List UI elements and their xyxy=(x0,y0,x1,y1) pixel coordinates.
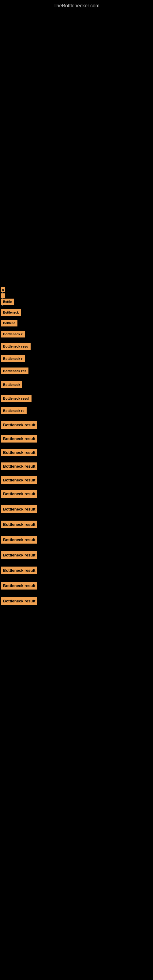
result-item-15: Bottleneck result xyxy=(1,476,37,484)
result-item-23: Bottleneck result xyxy=(1,597,37,605)
result-label-16: Bottleneck result xyxy=(1,490,37,498)
result-label-15: Bottleneck result xyxy=(1,476,37,484)
result-item-2: Bottleneck xyxy=(1,309,21,316)
result-label-19: Bottleneck result xyxy=(1,536,37,544)
result-item-20: Bottleneck result xyxy=(1,551,37,559)
result-item-19: Bottleneck result xyxy=(1,536,37,544)
result-item-22: Bottleneck result xyxy=(1,582,37,590)
result-label-10: Bottleneck re xyxy=(1,407,27,414)
result-item-4: Bottleneck r xyxy=(1,331,25,337)
early-label-1: E xyxy=(1,287,5,292)
result-item-12: Bottleneck result xyxy=(1,435,37,442)
result-label-8: Bottleneck xyxy=(1,381,22,388)
result-label-2: Bottleneck xyxy=(1,309,21,316)
result-label-9: Bottleneck resul xyxy=(1,395,32,402)
early-label-2: I xyxy=(1,293,5,298)
result-item-7: Bottleneck res xyxy=(1,368,29,374)
result-label-14: Bottleneck result xyxy=(1,463,37,470)
result-label-11: Bottleneck result xyxy=(1,421,37,429)
result-item-16: Bottleneck result xyxy=(1,490,37,498)
result-item-6: Bottleneck r xyxy=(1,355,25,362)
result-label-20: Bottleneck result xyxy=(1,551,37,559)
result-label-1: Bottle xyxy=(1,299,14,305)
result-label-13: Bottleneck result xyxy=(1,449,37,456)
result-label-17: Bottleneck result xyxy=(1,505,37,513)
result-item-13: Bottleneck result xyxy=(1,449,37,456)
result-item-11: Bottleneck result xyxy=(1,421,37,429)
result-item-21: Bottleneck result xyxy=(1,566,37,574)
result-item-3: Bottlene xyxy=(1,320,18,326)
result-label-6: Bottleneck r xyxy=(1,355,25,362)
result-item-14: Bottleneck result xyxy=(1,463,37,470)
result-item-17: Bottleneck result xyxy=(1,505,37,513)
result-item-10: Bottleneck re xyxy=(1,407,27,414)
result-label-23: Bottleneck result xyxy=(1,597,37,605)
result-label-4: Bottleneck r xyxy=(1,331,25,337)
result-label-22: Bottleneck result xyxy=(1,582,37,590)
result-label-3: Bottlene xyxy=(1,320,18,326)
result-label-12: Bottleneck result xyxy=(1,435,37,442)
result-label-5: Bottleneck resu xyxy=(1,343,30,350)
result-item-9: Bottleneck resul xyxy=(1,395,32,402)
site-title: TheBottlenecker.com xyxy=(0,0,153,12)
result-label-21: Bottleneck result xyxy=(1,566,37,574)
result-item-18: Bottleneck result xyxy=(1,520,37,528)
result-item-1: Bottle xyxy=(1,299,14,305)
chart-area xyxy=(0,12,153,287)
result-item-8: Bottleneck xyxy=(1,381,22,388)
result-label-18: Bottleneck result xyxy=(1,520,37,528)
result-label-7: Bottleneck res xyxy=(1,368,29,374)
result-item-5: Bottleneck resu xyxy=(1,343,30,350)
